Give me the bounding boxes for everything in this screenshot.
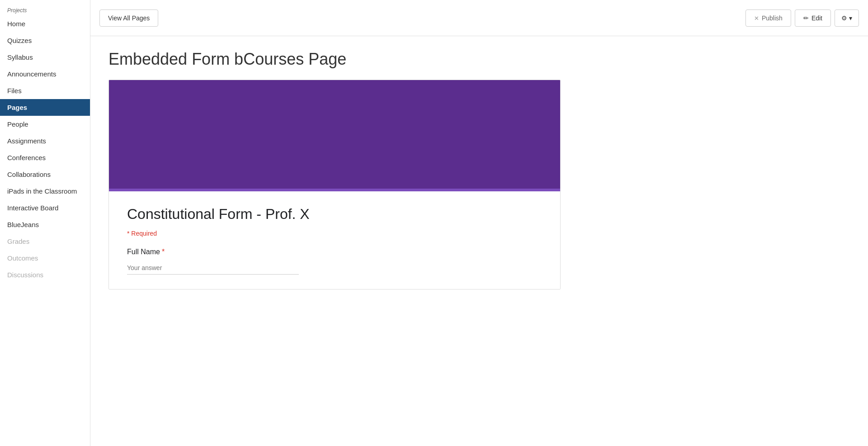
edit-pencil-icon: ✏ <box>803 14 809 22</box>
sidebar-item-outcomes: Outcomes <box>0 250 90 266</box>
sidebar-item-announcements[interactable]: Announcements <box>0 66 90 82</box>
sidebar-item-quizzes[interactable]: Quizzes <box>0 32 90 49</box>
form-required-note: * Required <box>127 230 542 237</box>
gear-icon: ⚙ <box>841 14 847 22</box>
sidebar-item-pages[interactable]: Pages <box>0 99 90 116</box>
sidebar-item-bluejeans[interactable]: BlueJeans <box>0 216 90 233</box>
sidebar-item-discussions: Discussions <box>0 266 90 283</box>
sidebar-item-ipads[interactable]: iPads in the Classroom <box>0 183 90 199</box>
sidebar-item-collaborations[interactable]: Collaborations <box>0 166 90 183</box>
view-all-pages-button[interactable]: View All Pages <box>99 9 158 27</box>
publish-x-icon <box>754 14 759 22</box>
embedded-container: Constitutional Form - Prof. X * Required… <box>108 80 561 289</box>
page-title: Embedded Form bCourses Page <box>108 50 850 69</box>
form-body: Constitutional Form - Prof. X * Required… <box>109 189 560 289</box>
form-field-label: Full Name* <box>127 248 542 256</box>
projects-label: Projects <box>0 4 90 15</box>
sidebar-item-grades: Grades <box>0 233 90 250</box>
toolbar-left: View All Pages <box>99 9 158 27</box>
sidebar-item-syllabus[interactable]: Syllabus <box>0 49 90 66</box>
sidebar-item-home[interactable]: Home <box>0 15 90 32</box>
required-star: * <box>162 248 165 256</box>
settings-button[interactable]: ⚙ ▾ <box>835 9 859 27</box>
form-title: Constitutional Form - Prof. X <box>127 206 542 223</box>
full-name-input[interactable] <box>127 261 299 275</box>
sidebar: Projects Home Quizzes Syllabus Announcem… <box>0 0 90 446</box>
embedded-form-wrapper: Constitutional Form - Prof. X * Required… <box>108 80 850 289</box>
sidebar-item-people[interactable]: People <box>0 116 90 133</box>
sidebar-item-conferences[interactable]: Conferences <box>0 149 90 166</box>
toolbar-right: Publish ✏ Edit ⚙ ▾ <box>745 9 859 27</box>
sidebar-item-assignments[interactable]: Assignments <box>0 133 90 149</box>
form-purple-header <box>109 80 560 189</box>
main-content: View All Pages Publish ✏ Edit ⚙ ▾ Embedd… <box>90 0 868 446</box>
edit-button[interactable]: ✏ Edit <box>795 9 831 27</box>
publish-button[interactable]: Publish <box>745 9 791 27</box>
sidebar-item-interactive-board[interactable]: Interactive Board <box>0 199 90 216</box>
sidebar-item-files[interactable]: Files <box>0 82 90 99</box>
caret-down-icon: ▾ <box>849 14 852 22</box>
content-area: Embedded Form bCourses Page Constitution… <box>90 36 868 446</box>
toolbar: View All Pages Publish ✏ Edit ⚙ ▾ <box>90 0 868 36</box>
